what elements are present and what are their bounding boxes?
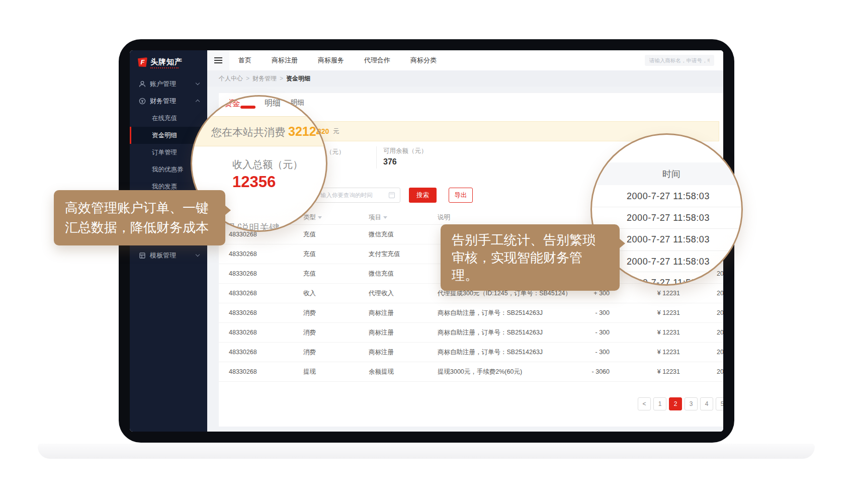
lens-time-header: 时间 [590, 162, 743, 185]
chevron-up-icon [196, 100, 200, 104]
cell-project: 余额提现 [369, 362, 394, 382]
sidebar-item-recharge[interactable]: 在线充值 [130, 110, 207, 127]
callout-arrow [225, 205, 231, 215]
cell-project: 微信充值 [369, 264, 394, 284]
cell-time: 2000-7-27 11:58:03 [717, 323, 723, 343]
cell-order: 48330268 [229, 244, 257, 264]
sidebar-item-templates[interactable]: 模板管理 [130, 247, 207, 264]
lens-banner-prefix: 您在本站共消费 [211, 126, 285, 138]
pagination-page-4[interactable]: 4 [700, 397, 713, 410]
pagination-page-1[interactable]: 1 [653, 397, 666, 410]
breadcrumb-part[interactable]: 财务管理 [252, 74, 277, 83]
table-row: 48330268 消费 商标注册 商标自助注册，订单号：SB2514263J -… [219, 343, 723, 362]
cell-type: 消费 [303, 303, 316, 323]
sidebar-item-label: 账户管理 [150, 79, 176, 89]
header-project[interactable]: 项目 [369, 210, 387, 225]
cell-balance: ¥ 12231 [635, 323, 680, 343]
cell-project: 代理收入 [369, 284, 394, 303]
cell-type: 收入 [303, 284, 316, 303]
nav-links: 首页 商标注册 商标服务 代理合作 商标分类 [238, 50, 437, 70]
lens-time-value: 2000-7-27 11:58:03 [592, 213, 743, 223]
cell-order: 48330268 [229, 362, 257, 382]
top-navbar: 首页 商标注册 商标服务 代理合作 商标分类 [207, 50, 723, 70]
sidebar-item-label: 模板管理 [150, 251, 176, 260]
cell-amount: - 3060 [566, 362, 610, 382]
cell-type: 充值 [303, 264, 316, 284]
cell-order: 48330268 [229, 264, 257, 284]
cell-type: 提现 [303, 362, 316, 382]
cell-balance: ¥ 12231 [635, 362, 680, 382]
cell-order: 48330268 [229, 284, 257, 303]
callout-line: 告别手工统计、告别繁琐 [452, 231, 609, 249]
cell-project: 微信充值 [369, 225, 394, 244]
hamburger-icon[interactable] [207, 50, 229, 70]
chevron-down-icon [196, 253, 200, 257]
cell-order: 48330268 [229, 323, 257, 343]
cell-project: 商标注册 [369, 343, 394, 362]
lens-time-header-label: 时间 [662, 168, 680, 180]
logo-tagline-dots [150, 67, 179, 68]
logo[interactable]: F 头牌知产 [138, 57, 183, 67]
stat-partial-unit: （元） [326, 148, 345, 156]
table-row: 48330268 提现 余额提现 提现3000元，手续费2%(60元) - 30… [219, 362, 723, 382]
pagination-page-3[interactable]: 3 [685, 397, 698, 410]
pagination-page-2-active[interactable]: 2 [669, 397, 682, 410]
cell-time: 2000-7-27 11:58:03 [717, 343, 723, 362]
cell-order: 48330268 [229, 343, 257, 362]
cell-amount: - 300 [566, 323, 610, 343]
callout-line: 汇总数据，降低财务成本 [65, 218, 214, 237]
lens-tab-fragment-grey: 明细 [265, 98, 281, 109]
cell-time: 2000-7-27 11:58:03 [717, 362, 723, 382]
nav-item-trademark-service[interactable]: 商标服务 [318, 56, 344, 65]
cell-time: 2000-7-27 11:58:03 [717, 303, 723, 323]
banner-unit: 元 [333, 122, 339, 141]
callout-left: 高效管理账户订单、一键 汇总数据，降低财务成本 [54, 190, 225, 245]
search-button[interactable]: 搜索 [409, 188, 437, 203]
lens-consumption-banner: 您在本站共消费32124元 [191, 116, 327, 146]
lens-income-value: 12356 [232, 173, 276, 191]
chevron-down-icon [196, 81, 200, 85]
header-desc: 说明 [438, 210, 450, 225]
search-input[interactable] [645, 55, 714, 66]
callout-line: 审核，实现智能财务管 [452, 249, 609, 267]
cell-type: 充值 [303, 244, 316, 264]
callout-arrow [619, 238, 625, 248]
nav-item-trademark-class[interactable]: 商标分类 [410, 56, 437, 65]
lens-time-value: 2000-7-27 11:58:03 [592, 191, 743, 202]
pagination-prev[interactable]: < [638, 397, 651, 410]
export-button[interactable]: 导出 [449, 188, 473, 203]
sidebar-item-finance[interactable]: 财务管理 [130, 93, 207, 110]
cell-type: 充值 [303, 225, 316, 244]
lens-separator [592, 207, 743, 207]
nav-item-agent[interactable]: 代理合作 [364, 56, 390, 65]
nav-item-home[interactable]: 首页 [238, 56, 251, 65]
user-icon [139, 80, 146, 88]
cell-time: 2000-7-27 11:58:03 [717, 284, 723, 303]
balance-value: 376 [383, 157, 397, 166]
cell-project: 商标注册 [369, 323, 394, 343]
cell-balance: ¥ 12231 [635, 343, 680, 362]
sidebar-item-label: 财务管理 [150, 97, 176, 106]
nav-item-trademark-register[interactable]: 商标注册 [272, 56, 298, 65]
cell-project: 支付宝充值 [369, 244, 400, 264]
breadcrumb-part[interactable]: 个人中心 [219, 74, 243, 83]
date-query-input[interactable] [315, 188, 400, 203]
callout-line: 高效管理账户订单、一键 [65, 198, 214, 218]
cell-type: 消费 [303, 343, 316, 362]
cell-order: 48330268 [229, 303, 257, 323]
cell-balance: ¥ 12231 [635, 284, 680, 303]
cell-desc: 商标自助注册，订单号：SB2514263J [438, 323, 543, 343]
logo-text: 头牌知产 [150, 57, 183, 67]
callout-right: 告别手工统计、告别繁琐 审核，实现智能财务管 理。 [441, 224, 620, 291]
pagination: < 1 2 3 4 5 [638, 397, 723, 410]
pagination-page-5[interactable]: 5 [716, 397, 723, 410]
cell-time: 2000-7-27 11:58:03 [717, 264, 723, 284]
lens-income-label: 收入总额（元） [232, 158, 303, 172]
stat-divider [376, 146, 377, 169]
finance-icon [139, 98, 146, 105]
cell-desc: 商标自助注册，订单号：SB2514263J [438, 343, 543, 362]
cell-project: 商标注册 [369, 303, 394, 323]
sidebar-item-account[interactable]: 账户管理 [130, 75, 207, 93]
table-row: 48330268 消费 商标注册 商标自助注册，订单号：SB2514263J -… [219, 303, 723, 323]
callout-line: 理。 [452, 267, 609, 284]
